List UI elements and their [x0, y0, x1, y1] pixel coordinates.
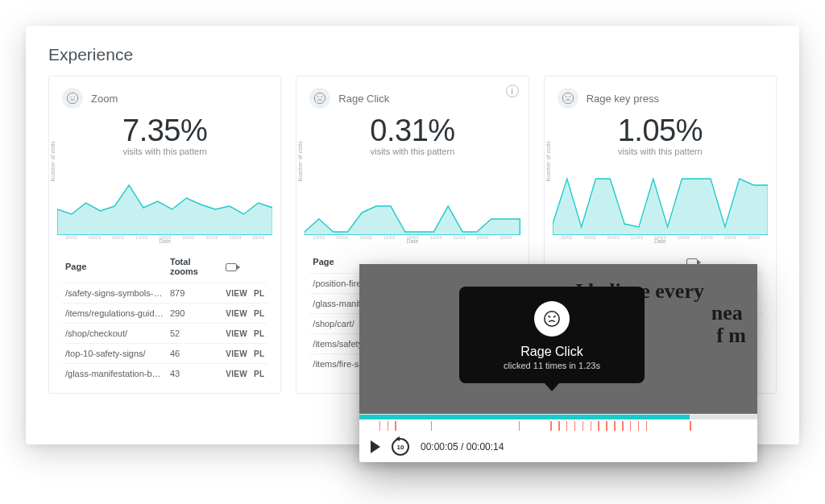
view-link[interactable]: VIEW: [222, 364, 251, 384]
play-link[interactable]: PL: [251, 324, 267, 344]
progress-played: [359, 415, 690, 419]
svg-point-1: [70, 97, 71, 97]
play-link[interactable]: PL: [251, 304, 267, 324]
svg-line-11: [548, 316, 550, 317]
view-link[interactable]: VIEW: [222, 283, 251, 304]
metric-sub: visits with this pattern: [309, 147, 515, 156]
metric-value: 1.05%: [558, 114, 763, 148]
timecode: 00:00:05 / 00:00:14: [421, 441, 504, 452]
card-title: Rage Click: [338, 93, 389, 105]
play-link[interactable]: PL: [251, 364, 267, 384]
table-row[interactable]: /safety-signs-symbols-and-c...879VIEWPL: [62, 283, 267, 304]
metric-value: 7.35%: [62, 114, 267, 148]
zoom-table: PageTotal zooms /safety-signs-symbols-an…: [62, 252, 267, 383]
rewind-10-button[interactable]: 10: [392, 438, 409, 456]
table-row[interactable]: /items/regulations-guidanc...290VIEWPL: [62, 304, 267, 324]
svg-point-2: [73, 97, 74, 97]
neutral-face-icon: [62, 88, 83, 109]
camera-icon: [222, 252, 251, 283]
card-zoom: Zoom 7.35% visits with this pattern Numb…: [48, 76, 281, 394]
metric-sub: visits with this pattern: [558, 147, 763, 156]
svg-line-6: [321, 96, 323, 97]
card-title: Zoom: [91, 93, 118, 105]
play-link[interactable]: PL: [251, 344, 267, 364]
metric-sub: visits with this pattern: [62, 147, 267, 156]
table-row[interactable]: /shop/checkout/52VIEWPL: [62, 324, 267, 344]
video-viewport[interactable]: I believe every nea f m Rage Click click…: [359, 264, 757, 414]
svg-point-10: [545, 312, 559, 326]
play-link[interactable]: PL: [251, 283, 267, 304]
timeline[interactable]: [359, 414, 757, 432]
svg-line-8: [565, 96, 566, 97]
tooltip-sub: clicked 11 times in 1.23s: [480, 361, 624, 370]
session-player: I believe every nea f m Rage Click click…: [359, 264, 757, 462]
card-title: Rage key press: [587, 93, 659, 105]
view-link[interactable]: VIEW: [222, 344, 251, 364]
svg-point-0: [67, 93, 77, 103]
tooltip-title: Rage Click: [480, 345, 624, 359]
rage-click-chart: Number of visits: [305, 163, 520, 235]
angry-face-icon: [534, 301, 570, 337]
page-title: Experience: [48, 45, 777, 64]
event-markers: [359, 421, 757, 431]
angry-face-icon: [558, 88, 578, 109]
table-row[interactable]: /glass-manifestation-buildi...43VIEWPL: [62, 364, 267, 384]
view-link[interactable]: VIEW: [222, 304, 251, 324]
player-controls: 10 00:00:05 / 00:00:14: [359, 432, 757, 462]
svg-line-9: [569, 96, 570, 97]
zoom-chart: Number of visits: [57, 163, 272, 235]
rage-click-tooltip: Rage Click clicked 11 times in 1.23s: [459, 287, 645, 383]
metric-value: 0.31%: [309, 114, 515, 148]
view-link[interactable]: VIEW: [222, 324, 251, 344]
table-row[interactable]: /top-10-safety-signs/46VIEWPL: [62, 344, 267, 364]
svg-line-5: [317, 96, 319, 97]
play-button[interactable]: [371, 440, 380, 453]
rage-key-chart: Number of visits: [553, 163, 768, 235]
info-icon[interactable]: i: [506, 85, 519, 97]
svg-point-7: [562, 93, 573, 103]
angry-face-icon: [309, 88, 330, 109]
svg-line-12: [553, 316, 556, 317]
svg-point-4: [315, 93, 325, 103]
